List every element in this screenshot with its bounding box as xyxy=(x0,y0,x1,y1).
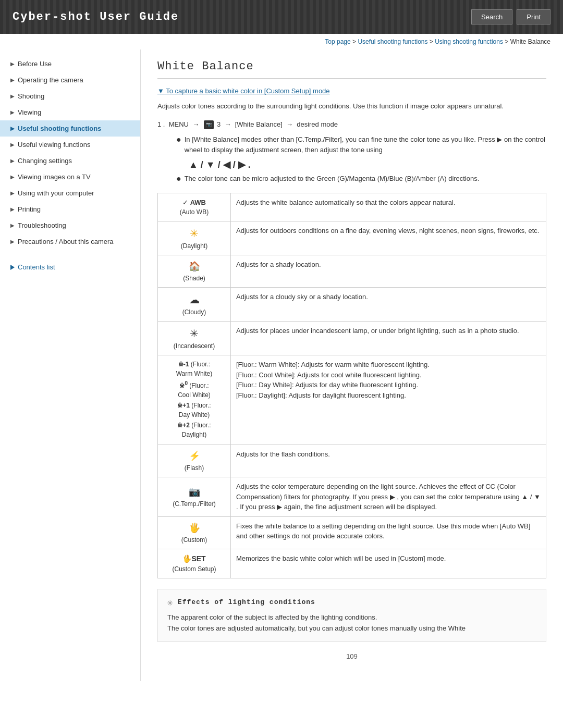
shade-icon: 🏠 xyxy=(189,261,200,272)
table-row: ✓ AWB (Auto WB) Adjusts the white balanc… xyxy=(158,193,546,221)
awb-icon: AWB xyxy=(190,199,206,206)
sidebar-label-viewing: Viewing xyxy=(18,108,41,116)
sidebar-label-troubleshooting: Troubleshooting xyxy=(18,221,66,229)
description: Adjusts color tones according to the sur… xyxy=(157,101,546,112)
sidebar-item-viewing-tv[interactable]: ▶ Viewing images on a TV xyxy=(0,169,140,185)
chevron-right-icon: ▶ xyxy=(10,158,15,164)
sidebar-label-before-use: Before Use xyxy=(18,60,52,68)
effects-line-1: The apparent color of the subject is aff… xyxy=(167,612,536,623)
table-row: ✳ (Incandescent) Adjusts for places unde… xyxy=(158,322,546,355)
icon-cell-awb: ✓ AWB (Auto WB) xyxy=(158,193,231,221)
fluor-line-2: ※0 (Fluor.:Cool White) xyxy=(163,379,225,400)
flash-desc: Adjusts for the flash conditions. xyxy=(231,445,546,477)
effects-title: ✳ Effects of lighting conditions xyxy=(167,597,536,608)
breadcrumb: Top page > Useful shooting functions > U… xyxy=(0,34,563,50)
custom-icon: 🖐 xyxy=(189,523,200,533)
chevron-right-icon: ▶ xyxy=(10,126,15,131)
chevron-right-icon: ▶ xyxy=(10,77,15,83)
search-button[interactable]: Search xyxy=(471,9,512,24)
chevron-right-icon: ▶ xyxy=(10,61,15,67)
sidebar-item-computer[interactable]: ▶ Using with your computer xyxy=(0,185,140,201)
page-header: Cyber-shot User Guide Search Print xyxy=(0,0,563,34)
sidebar-item-before-use[interactable]: ▶ Before Use xyxy=(0,56,140,72)
shade-desc: Adjusts for a shady location. xyxy=(231,255,546,288)
main-content: White Balance To capture a basic white c… xyxy=(141,50,563,681)
sidebar-label-printing: Printing xyxy=(18,205,41,213)
custom-label: (Custom) xyxy=(163,535,225,545)
cloudy-desc: Adjusts for a cloudy sky or a shady loca… xyxy=(231,288,546,322)
print-button[interactable]: Print xyxy=(517,9,550,24)
custom-setup-desc: Memorizes the basic white color which wi… xyxy=(231,549,546,578)
white-balance-table: ✓ AWB (Auto WB) Adjusts the white balanc… xyxy=(157,193,546,578)
arrow-right-icon xyxy=(10,265,15,270)
chevron-right-icon: ▶ xyxy=(10,190,15,196)
sidebar-item-printing[interactable]: ▶ Printing xyxy=(0,201,140,217)
check-icon: ✓ xyxy=(182,199,188,206)
custom-setup-icon: 🖐SET xyxy=(163,553,225,564)
flash-icon: ⚡ xyxy=(189,451,200,461)
main-layout: ▶ Before Use ▶ Operating the camera ▶ Sh… xyxy=(0,50,563,681)
fluor-line-1: ※-1 (Fluor.:Warm White) xyxy=(163,360,225,378)
sun-icon: ✳ xyxy=(190,228,199,239)
sidebar: ▶ Before Use ▶ Operating the camera ▶ Sh… xyxy=(0,50,141,681)
chevron-right-icon: ▶ xyxy=(10,109,15,115)
custom-setup-label: (Custom Setup) xyxy=(163,564,225,574)
sidebar-item-useful-viewing[interactable]: ▶ Useful viewing functions xyxy=(0,137,140,153)
icon-cell-fluor: ※-1 (Fluor.:Warm White) ※0 (Fluor.:Cool … xyxy=(158,355,231,445)
incandescent-label: (Incandescent) xyxy=(163,341,225,351)
bullet-text-2: The color tone can be micro adjusted to … xyxy=(185,174,480,184)
chevron-right-icon: ▶ xyxy=(10,239,15,244)
page-number: 109 xyxy=(157,652,546,660)
daylight-label: (Daylight) xyxy=(163,241,225,251)
table-row: 🖐 (Custom) Fixes the white balance to a … xyxy=(158,516,546,549)
page-title: White Balance xyxy=(157,60,546,79)
sidebar-item-useful-shooting[interactable]: ▶ Useful shooting functions xyxy=(0,120,140,137)
icon-cell-cloudy: ☁ (Cloudy) xyxy=(158,288,231,322)
bullet-dot: ● xyxy=(176,134,181,145)
table-row: ✳ (Daylight) Adjusts for outdoors condit… xyxy=(158,221,546,255)
custom-desc: Fixes the white balance to a setting dep… xyxy=(231,516,546,549)
icon-cell-custom-setup: 🖐SET (Custom Setup) xyxy=(158,549,231,578)
sidebar-item-shooting[interactable]: ▶ Shooting xyxy=(0,88,140,104)
icon-cell-ctemp: 📷 (C.Temp./Filter) xyxy=(158,477,231,517)
sidebar-item-precautions[interactable]: ▶ Precautions / About this camera xyxy=(0,233,140,250)
bullet-item-1: ● In [White Balance] modes other than [C… xyxy=(170,134,546,156)
sidebar-item-operating[interactable]: ▶ Operating the camera xyxy=(0,72,140,88)
table-row: ⚡ (Flash) Adjusts for the flash conditio… xyxy=(158,445,546,477)
fluor-line-4: ※+2 (Fluor.:Daylight) xyxy=(163,421,225,439)
sidebar-label-operating: Operating the camera xyxy=(18,76,83,84)
cloud-icon: ☁ xyxy=(189,294,200,305)
chevron-right-icon: ▶ xyxy=(10,174,15,180)
icon-cell-incandescent: ✳ (Incandescent) xyxy=(158,322,231,355)
breadcrumb-useful-shooting[interactable]: Useful shooting functions xyxy=(358,38,427,45)
step-indent: ● In [White Balance] modes other than [C… xyxy=(157,134,546,184)
sidebar-item-troubleshooting[interactable]: ▶ Troubleshooting xyxy=(0,217,140,233)
sidebar-item-changing-settings[interactable]: ▶ Changing settings xyxy=(0,153,140,169)
breadcrumb-top[interactable]: Top page xyxy=(325,38,350,45)
daylight-desc: Adjusts for outdoors conditions on a fin… xyxy=(231,221,546,255)
incandescent-desc: Adjusts for places under incandescent la… xyxy=(231,322,546,355)
awb-desc: Adjusts the white balance automatically … xyxy=(231,193,546,221)
bullet-item-2: ● The color tone can be micro adjusted t… xyxy=(170,174,546,184)
sidebar-label-useful-shooting: Useful shooting functions xyxy=(18,125,101,132)
ctemp-icon: 📷 xyxy=(163,485,225,499)
sidebar-label-shooting: Shooting xyxy=(18,92,44,100)
fluor-line-3: ※+1 (Fluor.:Day White) xyxy=(163,401,225,419)
sidebar-label-useful-viewing: Useful viewing functions xyxy=(18,141,90,149)
ctemp-label: (C.Temp./Filter) xyxy=(163,499,225,509)
breadcrumb-using-shooting[interactable]: Using shooting functions xyxy=(435,38,503,45)
sidebar-label-computer: Using with your computer xyxy=(18,189,94,197)
table-row: 🏠 (Shade) Adjusts for a shady location. xyxy=(158,255,546,288)
effects-box: ✳ Effects of lighting conditions The app… xyxy=(157,589,546,642)
chevron-right-icon: ▶ xyxy=(10,142,15,147)
tip-link[interactable]: To capture a basic white color in [Custo… xyxy=(157,87,546,95)
bullet-text-1: In [White Balance] modes other than [C.T… xyxy=(185,134,546,156)
flash-label: (Flash) xyxy=(163,463,225,473)
table-row: ☁ (Cloudy) Adjusts for a cloudy sky or a… xyxy=(158,288,546,322)
sidebar-item-viewing[interactable]: ▶ Viewing xyxy=(0,104,140,120)
incandescent-icon: ✳ xyxy=(190,328,199,339)
icon-cell-flash: ⚡ (Flash) xyxy=(158,445,231,477)
contents-list-label: Contents list xyxy=(18,263,55,271)
contents-list-link[interactable]: Contents list xyxy=(0,258,140,276)
table-row: 🖐SET (Custom Setup) Memorizes the basic … xyxy=(158,549,546,578)
